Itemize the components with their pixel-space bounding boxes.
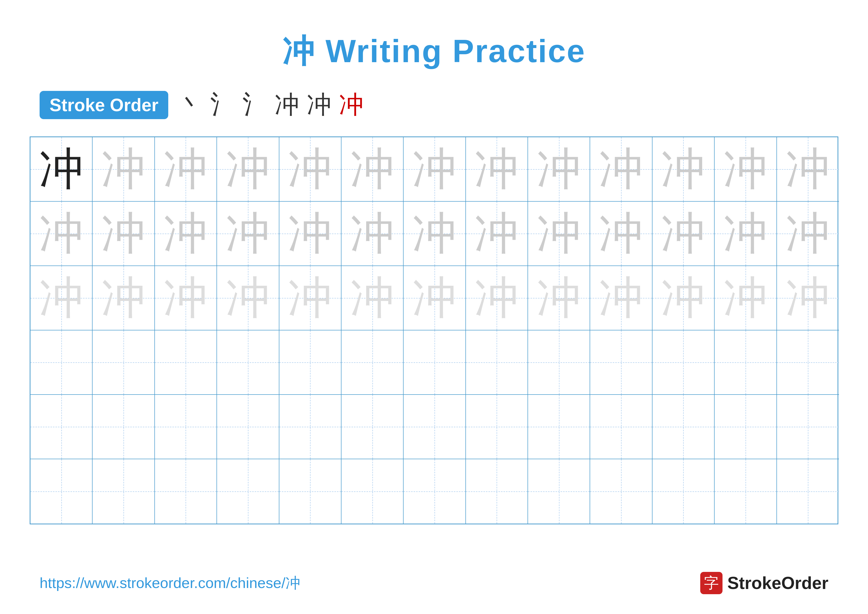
stroke-step-3: 氵	[242, 88, 267, 121]
grid-cell[interactable]: 冲	[217, 266, 279, 330]
grid-cell[interactable]: 冲	[31, 202, 93, 266]
grid-cell[interactable]: 冲	[403, 266, 466, 330]
stroke-steps: 丶 氵 氵 冲 冲 冲	[178, 88, 364, 121]
grid-cell[interactable]	[466, 330, 528, 395]
grid-cell[interactable]: 冲	[715, 202, 777, 266]
grid-cell[interactable]: 冲	[715, 266, 777, 330]
grid-cell[interactable]: 冲	[403, 137, 466, 202]
char-lighter: 冲	[288, 268, 332, 328]
grid-cell[interactable]	[715, 330, 777, 395]
char-lighter: 冲	[163, 268, 208, 328]
grid-cell[interactable]: 冲	[403, 202, 466, 266]
grid-cell[interactable]	[217, 459, 279, 524]
grid-cell[interactable]: 冲	[590, 202, 652, 266]
grid-cell[interactable]: 冲	[155, 137, 217, 202]
grid-cell[interactable]	[93, 459, 155, 524]
grid-cell[interactable]: 冲	[777, 202, 839, 266]
char-light: 冲	[599, 139, 643, 199]
grid-cell[interactable]	[466, 459, 528, 524]
grid-cell[interactable]	[155, 330, 217, 395]
grid-cell[interactable]: 冲	[528, 266, 590, 330]
grid-cell[interactable]: 冲	[341, 137, 403, 202]
grid-cell[interactable]: 冲	[466, 266, 528, 330]
grid-cell[interactable]	[403, 459, 466, 524]
grid-cell[interactable]	[528, 395, 590, 459]
grid-cell[interactable]	[715, 459, 777, 524]
grid-cell[interactable]	[590, 330, 652, 395]
grid-cell[interactable]	[528, 330, 590, 395]
grid-cell[interactable]: 冲	[528, 137, 590, 202]
grid-cell[interactable]	[341, 459, 403, 524]
stroke-step-5: 冲	[307, 88, 332, 121]
grid-cell[interactable]	[31, 395, 93, 459]
grid-cell[interactable]: 冲	[217, 202, 279, 266]
char-light: 冲	[101, 204, 146, 264]
page-title: 冲 Writing Practice	[282, 30, 586, 73]
grid-cell[interactable]	[93, 330, 155, 395]
footer-logo-text: StrokeOrder	[727, 573, 828, 593]
grid-cell[interactable]	[279, 459, 341, 524]
char-lighter: 冲	[723, 268, 768, 328]
footer-logo: 字 StrokeOrder	[700, 572, 828, 594]
grid-cell[interactable]	[279, 395, 341, 459]
grid-cell[interactable]: 冲	[279, 202, 341, 266]
grid-cell[interactable]	[31, 459, 93, 524]
grid-cell[interactable]	[217, 330, 279, 395]
grid-cell[interactable]: 冲	[466, 137, 528, 202]
grid-cell[interactable]: 冲	[31, 266, 93, 330]
grid-cell[interactable]: 冲	[341, 202, 403, 266]
grid-cell[interactable]: 冲	[279, 137, 341, 202]
char-light: 冲	[723, 204, 768, 264]
grid-cell[interactable]: 冲	[466, 202, 528, 266]
stroke-step-6: 冲	[339, 88, 364, 121]
grid-cell[interactable]: 冲	[31, 137, 93, 202]
grid-cell[interactable]	[155, 459, 217, 524]
grid-cell[interactable]	[590, 395, 652, 459]
grid-cell[interactable]	[653, 330, 715, 395]
grid-cell[interactable]: 冲	[217, 137, 279, 202]
grid-cell[interactable]	[777, 459, 839, 524]
grid-cell[interactable]: 冲	[279, 266, 341, 330]
title-char: 冲	[282, 33, 315, 69]
grid-cell[interactable]: 冲	[528, 202, 590, 266]
grid-cell[interactable]	[466, 395, 528, 459]
grid-cell[interactable]: 冲	[653, 202, 715, 266]
char-light: 冲	[786, 204, 830, 264]
grid-cell[interactable]	[653, 395, 715, 459]
grid-cell[interactable]: 冲	[93, 202, 155, 266]
grid-cell[interactable]	[341, 330, 403, 395]
grid-cell[interactable]: 冲	[653, 266, 715, 330]
grid-cell[interactable]: 冲	[590, 266, 652, 330]
grid-cell[interactable]	[341, 395, 403, 459]
grid-cell[interactable]: 冲	[93, 137, 155, 202]
grid-cell[interactable]: 冲	[777, 137, 839, 202]
grid-cell[interactable]	[217, 395, 279, 459]
grid-cell[interactable]	[155, 395, 217, 459]
grid-cell[interactable]: 冲	[653, 137, 715, 202]
char-light: 冲	[474, 204, 519, 264]
grid-cell[interactable]	[403, 330, 466, 395]
grid-cell[interactable]	[528, 459, 590, 524]
grid-cell[interactable]: 冲	[777, 266, 839, 330]
grid-cell[interactable]	[590, 459, 652, 524]
grid-cell[interactable]	[777, 395, 839, 459]
grid-cell[interactable]: 冲	[155, 202, 217, 266]
grid-cell[interactable]	[777, 330, 839, 395]
char-light: 冲	[599, 204, 643, 264]
grid-cell[interactable]	[653, 459, 715, 524]
grid-cell[interactable]	[93, 395, 155, 459]
grid-cell[interactable]	[403, 395, 466, 459]
grid-row-4	[31, 330, 837, 395]
grid-cell[interactable]: 冲	[715, 137, 777, 202]
grid-cell[interactable]: 冲	[93, 266, 155, 330]
grid-cell[interactable]	[715, 395, 777, 459]
grid-row-6	[31, 459, 837, 524]
grid-cell[interactable]: 冲	[341, 266, 403, 330]
grid-cell[interactable]	[279, 330, 341, 395]
footer: https://www.strokeorder.com/chinese/冲 字 …	[0, 572, 868, 594]
grid-cell[interactable]	[31, 330, 93, 395]
grid-cell[interactable]: 冲	[590, 137, 652, 202]
footer-url[interactable]: https://www.strokeorder.com/chinese/冲	[40, 573, 301, 593]
practice-grid: 冲 冲 冲 冲 冲 冲 冲 冲 冲 冲 冲 冲 冲 冲 冲 冲 冲 冲 冲 冲 …	[30, 137, 838, 524]
grid-cell[interactable]: 冲	[155, 266, 217, 330]
